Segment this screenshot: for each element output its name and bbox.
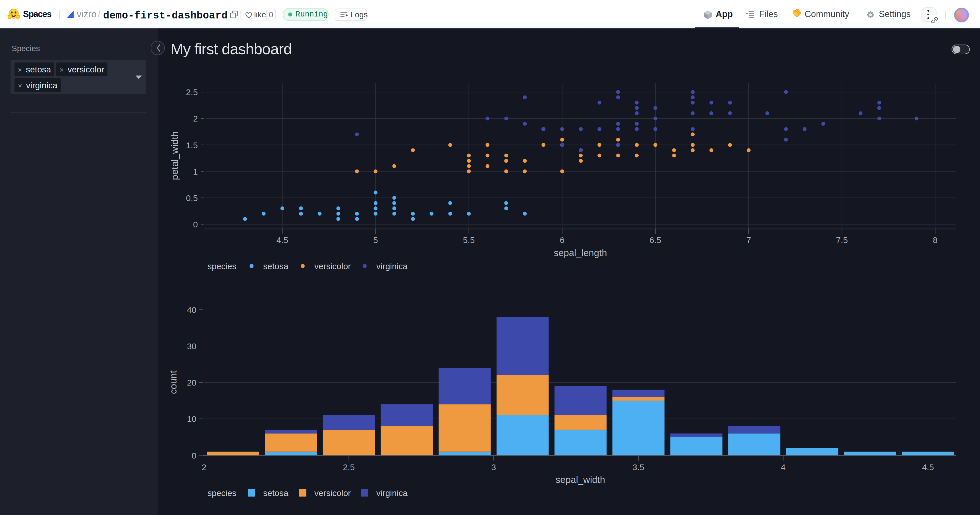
svg-text:30: 30 [187, 342, 196, 351]
svg-text:species: species [207, 261, 237, 271]
svg-text:4: 4 [781, 463, 786, 472]
svg-text:virginica: virginica [376, 261, 407, 271]
svg-text:setosa: setosa [263, 488, 288, 498]
svg-text:2: 2 [193, 114, 198, 123]
svg-text:4.5: 4.5 [276, 235, 288, 245]
svg-text:2: 2 [202, 463, 207, 472]
svg-text:10: 10 [187, 414, 196, 423]
svg-text:versicolor: versicolor [314, 488, 351, 498]
svg-text:8: 8 [933, 235, 938, 245]
svg-text:3: 3 [491, 463, 496, 472]
svg-text:20: 20 [187, 378, 196, 387]
svg-text:7.5: 7.5 [836, 235, 848, 245]
svg-text:0.5: 0.5 [186, 193, 198, 203]
svg-text:7: 7 [746, 235, 751, 245]
svg-text:virginica: virginica [376, 488, 407, 498]
svg-text:1: 1 [193, 167, 198, 176]
svg-text:40: 40 [187, 305, 196, 315]
svg-text:3.5: 3.5 [632, 463, 644, 472]
svg-text:5.5: 5.5 [463, 235, 475, 245]
svg-text:sepal_width: sepal_width [556, 474, 605, 485]
svg-text:0: 0 [193, 220, 198, 229]
svg-text:sepal_length: sepal_length [554, 247, 607, 258]
svg-text:versicolor: versicolor [314, 261, 351, 271]
svg-text:petal_width: petal_width [169, 131, 180, 180]
svg-text:species: species [207, 488, 237, 498]
svg-text:setosa: setosa [263, 261, 288, 271]
svg-text:count: count [168, 370, 178, 394]
svg-text:0: 0 [192, 451, 196, 460]
svg-text:2.5: 2.5 [343, 463, 355, 472]
svg-text:1.5: 1.5 [186, 141, 198, 150]
svg-text:6: 6 [560, 235, 565, 245]
svg-text:6.5: 6.5 [649, 235, 662, 245]
svg-text:4.5: 4.5 [922, 463, 934, 472]
svg-text:2.5: 2.5 [186, 87, 198, 97]
svg-text:5: 5 [373, 235, 378, 245]
